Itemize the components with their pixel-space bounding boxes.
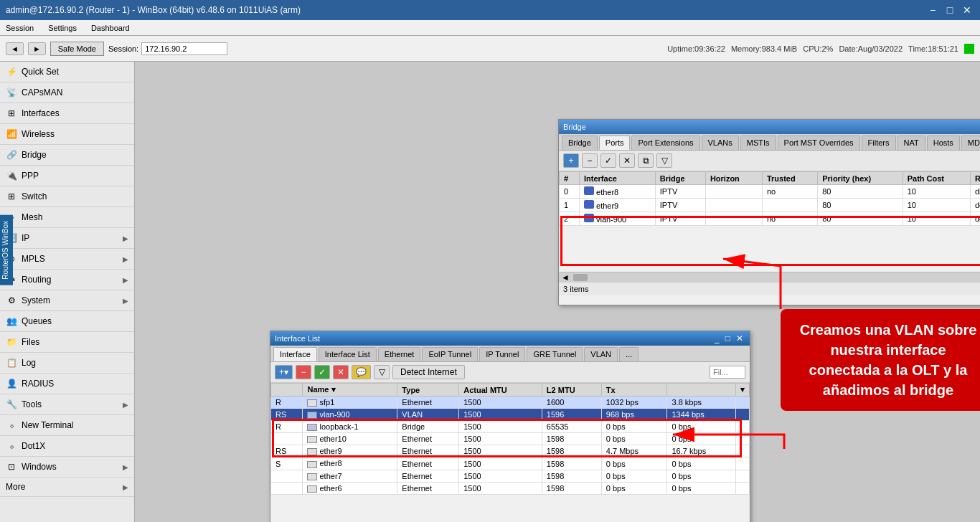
iface-table-row[interactable]: ether7 Ethernet 1500 1598 0 bps 0 bps <box>271 470 750 482</box>
bridge-table-row[interactable]: 2 vlan-900 IPTV no 80 10 designated port <box>560 212 981 226</box>
scroll-thumb[interactable] <box>573 274 588 281</box>
bridge-add-button[interactable]: + <box>563 153 579 168</box>
sidebar-item-bridge[interactable]: 🔗 Bridge <box>0 145 134 166</box>
sidebar-item-ip[interactable]: 🔢 IP ▶ <box>0 228 134 249</box>
tab-iface-ethernet[interactable]: Ethernet <box>378 347 421 361</box>
menu-dashboard[interactable]: Dashboard <box>88 22 133 34</box>
bridge-window-titlebar[interactable]: Bridge _ □ ✕ <box>559 120 980 134</box>
bridge-remove-button[interactable]: − <box>582 153 598 168</box>
detect-internet-button[interactable]: Detect Internet <box>392 365 465 379</box>
iface-comment-button[interactable]: 💬 <box>352 365 371 379</box>
iface-table-row[interactable]: RS vlan-900 VLAN 1500 1596 968 bps 1344 … <box>271 409 750 421</box>
tab-iface-ip-tunnel[interactable]: IP Tunnel <box>479 347 525 361</box>
cell-flags <box>271 482 303 494</box>
iface-table-row[interactable]: R loopback-1 Bridge 1500 65535 0 bps 0 b… <box>271 421 750 433</box>
session-input[interactable] <box>141 42 227 55</box>
scroll-left[interactable]: ◄ <box>559 272 572 283</box>
tab-bridge-nat[interactable]: NAT <box>897 136 925 150</box>
tab-iface-vlan[interactable]: VLAN <box>584 347 618 361</box>
sidebar-item-files[interactable]: 📁 Files <box>0 332 134 353</box>
sidebar-item-radius[interactable]: 👤 RADIUS <box>0 374 134 394</box>
cell-type: Ethernet <box>397 457 459 470</box>
safe-mode-button[interactable]: Safe Mode <box>50 42 104 56</box>
bridge-scrollbar-h[interactable]: ◄ ► <box>559 272 980 282</box>
iface-table-row[interactable]: RS ether9 Ethernet 1500 1598 4.7 Mbps 16… <box>271 445 750 457</box>
sidebar-item-log[interactable]: 📋 Log <box>0 353 134 374</box>
bridge-cross-button[interactable]: ✕ <box>619 153 635 168</box>
interface-list-window: Interface List _ □ ✕ Interface Interface… <box>270 331 750 522</box>
sidebar-item-tools[interactable]: 🔧 Tools ▶ <box>0 394 134 415</box>
col-path-cost: Path Cost <box>903 172 970 185</box>
sidebar-item-ppp[interactable]: 🔌 PPP <box>0 166 134 186</box>
sidebar-item-more[interactable]: More ▶ <box>0 478 134 497</box>
iface-table-row[interactable]: R sfp1 Ethernet 1500 1600 1032 bps 3.8 k… <box>271 397 750 409</box>
bridge-copy-button[interactable]: ⧉ <box>638 153 654 168</box>
iface-table-row[interactable]: S ether8 Ethernet 1500 1598 0 bps 0 bps <box>271 457 750 470</box>
iface-cross-button[interactable]: ✕ <box>333 365 349 379</box>
iface-add-button[interactable]: +▾ <box>275 365 293 379</box>
close-button[interactable]: ✕ <box>960 4 974 16</box>
iface-table-row[interactable]: ether10 Ethernet 1500 1598 0 bps 0 bps <box>271 433 750 445</box>
cell-role: designated port <box>970 199 980 212</box>
tab-bridge-port-mst-overrides[interactable]: Port MST Overrides <box>778 136 860 150</box>
mpls-arrow: ▶ <box>123 255 128 263</box>
iface-maximize[interactable]: □ <box>723 333 732 343</box>
tab-bridge-hosts[interactable]: Hosts <box>927 136 960 150</box>
tab-bridge-bridge[interactable]: Bridge <box>562 136 598 150</box>
iface-search-input[interactable] <box>710 366 745 379</box>
iface-check-button[interactable]: ✓ <box>314 365 330 379</box>
tab-bridge-ports[interactable]: Ports <box>599 136 631 150</box>
sidebar-item-new-terminal[interactable]: ⬦ New Terminal <box>0 415 134 436</box>
iface-remove-button[interactable]: − <box>296 365 311 379</box>
cell-tx: 0 bps <box>601 433 667 445</box>
iface-table-row[interactable]: ether6 Ethernet 1500 1598 0 bps 0 bps <box>271 482 750 494</box>
tab-bridge-mstis[interactable]: MSTIs <box>740 136 776 150</box>
cell-tx: 0 bps <box>601 470 667 482</box>
bridge-item-count: 3 items <box>563 285 588 293</box>
sidebar-item-quick-set[interactable]: ⚡ Quick Set <box>0 62 134 82</box>
menu-session[interactable]: Session <box>3 22 37 34</box>
sidebar-item-switch[interactable]: ⊞ Switch <box>0 186 134 207</box>
bridge-check-button[interactable]: ✓ <box>600 153 616 168</box>
tab-iface-gre-tunnel[interactable]: GRE Tunnel <box>527 347 583 361</box>
cell-rx: 3.8 kbps <box>667 397 736 409</box>
tab-iface-more[interactable]: ... <box>619 347 639 361</box>
tab-bridge-filters[interactable]: Filters <box>862 136 896 150</box>
bridge-table-row[interactable]: 0 ether8 IPTV no 80 10 disabled port <box>560 185 981 199</box>
sidebar-item-windows[interactable]: ⊡ Windows ▶ <box>0 457 134 478</box>
cell-name: ether6 <box>303 482 397 494</box>
cell-name: ether7 <box>303 470 397 482</box>
forward-button[interactable]: ► <box>28 42 46 55</box>
winbox-sidebar-label: RouterOS WinBox <box>0 215 13 285</box>
tab-iface-eoip-tunnel[interactable]: EoIP Tunnel <box>422 347 478 361</box>
sidebar-item-mpls[interactable]: ⊙ MPLS ▶ <box>0 249 134 270</box>
sidebar-item-mesh[interactable]: ● Mesh <box>0 207 134 228</box>
tab-bridge-mdb[interactable]: MDB <box>961 136 980 150</box>
sidebar-item-system[interactable]: ⚙ System ▶ <box>0 290 134 311</box>
tab-bridge-port-extensions[interactable]: Port Extensions <box>631 136 699 150</box>
tab-iface-interface[interactable]: Interface <box>273 347 317 361</box>
windows-icon: ⊡ <box>6 461 17 473</box>
sidebar-item-wireless[interactable]: 📶 Wireless <box>0 124 134 145</box>
sidebar-item-interfaces[interactable]: ⊞ Interfaces <box>0 103 134 124</box>
tab-iface-interface-list[interactable]: Interface List <box>319 347 377 361</box>
interface-list-titlebar[interactable]: Interface List _ □ ✕ <box>270 331 750 346</box>
iface-filter-button[interactable]: ▽ <box>374 365 390 379</box>
minimize-button[interactable]: − <box>925 4 940 16</box>
sidebar-item-queues[interactable]: 👥 Queues <box>0 311 134 332</box>
bridge-table-row[interactable]: 1 ether9 IPTV 80 10 designated port <box>560 199 981 212</box>
cell-name: loopback-1 <box>303 421 397 433</box>
iface-minimize[interactable]: _ <box>712 333 722 343</box>
tab-bridge-vlans[interactable]: VLANs <box>702 136 739 150</box>
back-button[interactable]: ◄ <box>6 42 24 55</box>
maximize-button[interactable]: □ <box>943 4 957 16</box>
sidebar-item-routing[interactable]: ⇌ Routing ▶ <box>0 270 134 290</box>
interface-list-title: Interface List <box>275 334 320 343</box>
cell-interface: ether9 <box>580 199 656 212</box>
bridge-filter-button[interactable]: ▽ <box>656 153 672 168</box>
ppp-icon: 🔌 <box>6 170 17 181</box>
sidebar-item-dot1x[interactable]: ⬦ Dot1X <box>0 436 134 457</box>
iface-close[interactable]: ✕ <box>734 333 745 343</box>
sidebar-item-capsman[interactable]: 📡 CAPsMAN <box>0 82 134 103</box>
menu-settings[interactable]: Settings <box>45 22 80 34</box>
